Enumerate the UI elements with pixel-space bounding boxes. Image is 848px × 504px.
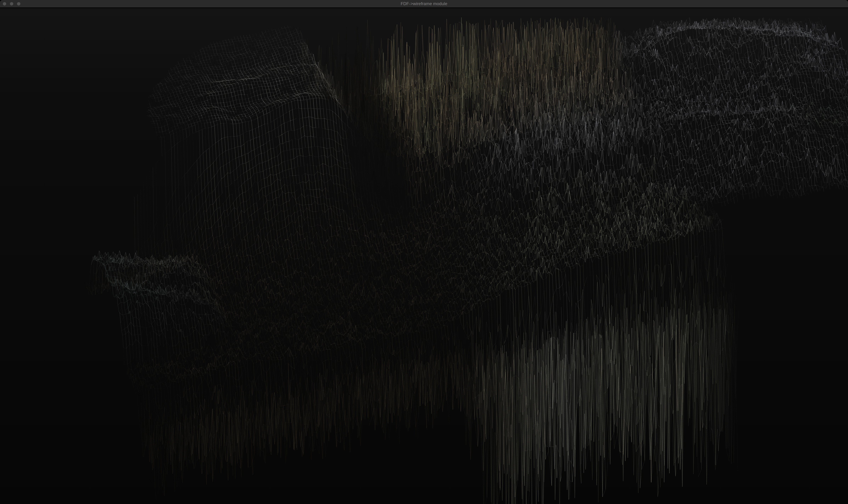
window-controls bbox=[3, 0, 20, 7]
app-window: FDF->wireframe module bbox=[0, 0, 848, 504]
zoom-button[interactable] bbox=[17, 2, 20, 5]
close-button[interactable] bbox=[3, 2, 6, 5]
title-bar[interactable]: FDF->wireframe module bbox=[0, 0, 848, 8]
wireframe-canvas[interactable] bbox=[0, 8, 848, 504]
render-viewport bbox=[0, 8, 848, 504]
minimize-button[interactable] bbox=[10, 2, 13, 5]
window-title: FDF->wireframe module bbox=[401, 1, 447, 6]
